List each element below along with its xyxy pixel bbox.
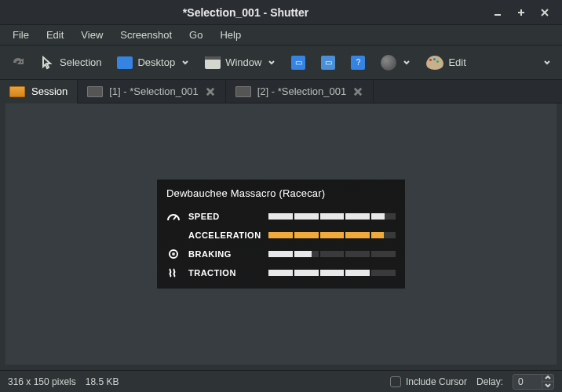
stat-speed: SPEED <box>166 207 396 226</box>
svg-line-9 <box>173 216 177 220</box>
stat-label: TRACTION <box>188 268 261 278</box>
window-label: Window <box>225 56 261 68</box>
stat-acceleration: ACCELERATION <box>166 226 396 245</box>
tool-icon-2[interactable]: ▭ <box>316 53 340 73</box>
menubar: File Edit View Screenshot Go Help <box>0 25 562 45</box>
stat-label: ACCELERATION <box>188 230 261 240</box>
redo-icon <box>11 56 25 70</box>
chevron-down-icon <box>181 59 189 67</box>
card-title: Dewbauchee Massacro (Racecar) <box>166 187 396 199</box>
delay-label: Delay: <box>476 376 503 387</box>
cursor-icon <box>41 56 55 70</box>
tab-label: [2] - *Selection_001 <box>257 85 346 97</box>
menu-go[interactable]: Go <box>181 27 210 43</box>
chevron-down-icon <box>543 59 551 67</box>
effects-button[interactable] <box>376 52 415 74</box>
tabbar: Session [1] - *Selection_001 [2] - *Sele… <box>0 80 562 103</box>
braking-icon <box>166 249 181 260</box>
include-cursor-label: Include Cursor <box>406 376 467 387</box>
page-icon: ▭ <box>321 56 335 70</box>
overflow-button[interactable] <box>538 56 556 70</box>
checkbox[interactable] <box>390 376 401 387</box>
chevron-down-icon <box>403 59 411 67</box>
close-icon[interactable] <box>352 86 363 97</box>
tab-selection-2[interactable]: [2] - *Selection_001 <box>226 80 374 103</box>
delay-input[interactable] <box>513 375 542 389</box>
palette-icon <box>426 56 443 70</box>
tab-label: Session <box>31 85 68 97</box>
tool-icon-3[interactable]: ? <box>346 53 370 73</box>
edit-label: Edit <box>448 56 465 68</box>
stat-bar <box>268 213 396 220</box>
sphere-icon <box>381 55 396 71</box>
stat-bar <box>268 270 396 276</box>
menu-screenshot[interactable]: Screenshot <box>112 27 180 43</box>
close-icon[interactable] <box>205 86 216 97</box>
svg-point-11 <box>172 252 175 256</box>
window-title: *Selection_001 - Shutter <box>8 6 484 19</box>
tool-icon-1[interactable]: ▭ <box>286 53 310 73</box>
statusbar: 316 x 150 pixels 18.5 KB Include Cursor … <box>0 370 562 392</box>
include-cursor-option[interactable]: Include Cursor <box>390 376 467 387</box>
spin-up[interactable] <box>542 375 553 382</box>
selection-label: Selection <box>60 56 101 68</box>
app-icon: ▭ <box>291 56 305 70</box>
tab-label: [1] - *Selection_001 <box>109 85 198 97</box>
tab-selection-1[interactable]: [1] - *Selection_001 <box>78 80 225 103</box>
session-icon <box>9 86 25 97</box>
stat-label: BRAKING <box>188 249 261 259</box>
chevron-down-icon <box>268 59 276 67</box>
toolbar: Selection Desktop Window ▭ ▭ ? Edit <box>0 45 562 80</box>
help-icon: ? <box>351 56 365 70</box>
close-button[interactable] <box>535 3 554 22</box>
desktop-icon <box>117 56 133 69</box>
tab-session[interactable]: Session <box>0 80 78 103</box>
status-dimensions: 316 x 150 pixels <box>8 376 76 387</box>
desktop-label: Desktop <box>137 56 175 68</box>
speed-icon <box>166 211 181 222</box>
spin-down[interactable] <box>542 382 553 389</box>
vehicle-stats-card: Dewbauchee Massacro (Racecar) SPEED ACCE… <box>157 180 405 289</box>
traction-icon <box>166 267 181 278</box>
desktop-button[interactable]: Desktop <box>112 53 194 72</box>
window-button[interactable]: Window <box>200 53 280 72</box>
selection-button[interactable]: Selection <box>36 53 106 73</box>
delay-spinner[interactable] <box>513 374 554 390</box>
menu-help[interactable]: Help <box>212 27 249 43</box>
thumbnail-icon <box>235 86 251 97</box>
window-icon <box>205 56 221 69</box>
status-filesize: 18.5 KB <box>86 376 119 387</box>
edit-button[interactable]: Edit <box>422 53 470 73</box>
menu-file[interactable]: File <box>5 27 37 43</box>
titlebar: *Selection_001 - Shutter <box>0 0 562 25</box>
stat-label: SPEED <box>188 212 261 221</box>
maximize-button[interactable] <box>512 3 531 22</box>
thumbnail-icon <box>87 86 103 97</box>
stat-traction: TRACTION <box>166 263 396 282</box>
stat-bar <box>268 232 396 238</box>
canvas[interactable]: Dewbauchee Massacro (Racecar) SPEED ACCE… <box>0 103 562 370</box>
acceleration-icon <box>166 230 181 241</box>
menu-edit[interactable]: Edit <box>38 27 71 43</box>
redo-button[interactable] <box>6 53 30 73</box>
menu-view[interactable]: View <box>73 27 111 43</box>
stat-braking: BRAKING <box>166 245 396 263</box>
stat-bar <box>268 251 396 257</box>
minimize-button[interactable] <box>488 3 507 22</box>
